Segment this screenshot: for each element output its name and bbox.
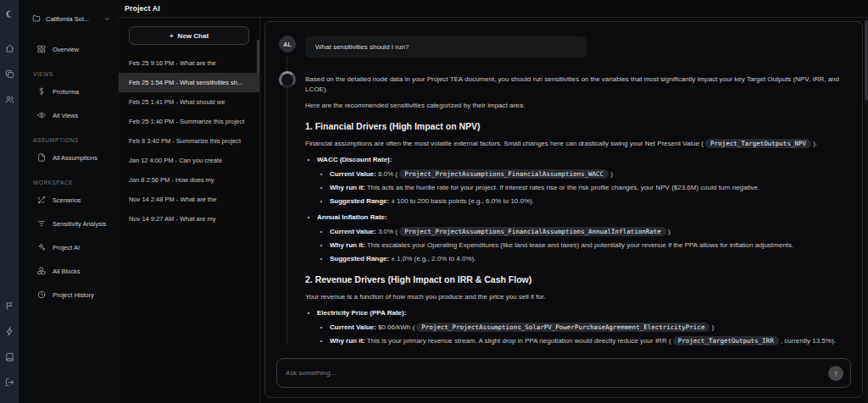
code-chip: Project_ProjectAssumptions_FinancialAssu… xyxy=(399,227,666,236)
bullet-item: Annual Inflation Rate:Current Value: 3.0… xyxy=(317,213,847,264)
main-scrollbar[interactable] xyxy=(865,19,868,403)
right-region: Project AI + New Chat Feb 25 9:16 PM - W… xyxy=(119,0,868,403)
sidebar-item-label: Project History xyxy=(53,291,94,299)
plus-icon: + xyxy=(170,32,174,40)
paragraph: Financial assumptions are often the most… xyxy=(305,139,847,149)
chat-history-panel: + New Chat Feb 25 9:16 PM - What are the… xyxy=(119,18,260,403)
page-title: Project AI xyxy=(125,4,160,13)
text-run: Based on the detailed node data in your … xyxy=(305,75,839,93)
app-logo-icon[interactable] xyxy=(3,7,16,20)
text-run: ± 1.0% (e.g., 2.0% to 4.0%). xyxy=(389,255,476,262)
file-icon xyxy=(37,150,46,165)
sidebar-item-label: All Assumptions xyxy=(53,154,97,162)
sub-bullet: Current Value: 8.0% ( Project_ProjectAss… xyxy=(330,169,847,179)
section-heading: 1. Financial Drivers (High Impact on NPV… xyxy=(305,120,847,134)
dollar-icon xyxy=(37,84,46,99)
logout-icon[interactable] xyxy=(3,375,16,389)
chat-history-item[interactable]: Nov 14 9:27 AM - What are my xyxy=(119,209,259,229)
chat-history-item[interactable]: Nov 14 2:48 PM - What are the xyxy=(119,190,259,209)
sparkles-icon xyxy=(37,240,46,255)
bullet-title: Annual Inflation Rate: xyxy=(317,213,387,221)
text-run: This escalates your Operating Expenditur… xyxy=(365,241,793,249)
chat-history-item[interactable]: Jan 12 4:00 PM - Can you create xyxy=(119,151,259,170)
paragraph: Your revenue is a function of how much y… xyxy=(305,292,847,302)
sidebar-item-all-assumptions[interactable]: All Assumptions xyxy=(19,146,118,169)
chevron-down-icon xyxy=(103,11,111,26)
sidebar: California Sol... OverviewVIEWSProformaA… xyxy=(19,0,119,403)
code-chip: Project_TargetOutputs_NPV xyxy=(705,139,811,148)
sub-bullet: Suggested Range: ± 100 to 200 basis poin… xyxy=(330,196,847,207)
chatlist-scrollbar-thumb[interactable] xyxy=(257,40,259,74)
bold-label: Why run it: xyxy=(330,184,365,191)
composer: ↑ xyxy=(276,358,851,388)
sub-bullet: Suggested Range: ± 10-15% (e.g., $0.051 … xyxy=(330,350,847,352)
book-icon[interactable] xyxy=(3,350,16,363)
code-chip: Project_ProjectAssumptions_FinancialAssu… xyxy=(399,169,609,179)
chat-list: Feb 25 9:16 PM - What are theFeb 25 1:54… xyxy=(119,53,259,229)
sub-bullet-list: Current Value: 8.0% ( Project_ProjectAss… xyxy=(330,169,847,207)
flag-icon[interactable] xyxy=(3,299,16,312)
sidebar-item-all-blocks[interactable]: All Blocks xyxy=(19,259,118,283)
send-button[interactable]: ↑ xyxy=(828,366,843,381)
bold-label: Why run it: xyxy=(330,241,365,249)
text-run: ± 10-15% (e.g., $0.051 to $0.069). xyxy=(389,351,494,352)
sidebar-item-overview[interactable]: Overview xyxy=(19,37,118,61)
bullet-item: WACC (Discount Rate):Current Value: 8.0%… xyxy=(317,155,847,207)
text-run: ) xyxy=(609,170,613,178)
code-chip: Project_ProjectAssumptions_SolarPV_Power… xyxy=(416,323,709,332)
chat-history-item[interactable]: Feb 25 1:54 PM - What sensitivities sh..… xyxy=(119,73,259,92)
sub-bullet-list: Current Value: $0.06/kWh ( Project_Proje… xyxy=(330,323,847,352)
sidebar-nav: OverviewVIEWSProformaAll ViewsASSUMPTION… xyxy=(19,37,118,306)
text-run: 3.0% ( xyxy=(376,228,400,235)
sidebar-item-proforma[interactable]: Proforma xyxy=(19,80,118,103)
blocks-icon xyxy=(37,263,46,279)
project-selector[interactable]: California Sol... xyxy=(19,7,118,30)
section-heading: 2. Revenue Drivers (High Impact on IRR &… xyxy=(305,273,847,287)
new-chat-button[interactable]: + New Chat xyxy=(129,26,249,45)
bullet-item: Electricity Price (PPA Rate):Current Val… xyxy=(317,308,847,352)
home-icon[interactable] xyxy=(3,41,16,55)
arrow-up-icon: ↑ xyxy=(834,369,838,378)
chat-history-item[interactable]: Feb 8 3:40 PM - Summarize this project xyxy=(119,131,259,151)
sidebar-item-label: Proforma xyxy=(53,88,79,96)
sidebar-item-project-ai[interactable]: Project AI xyxy=(19,235,118,259)
pages-icon[interactable] xyxy=(3,67,16,80)
main-scrollbar-thumb[interactable] xyxy=(865,20,868,101)
sidebar-item-label: Project AI xyxy=(53,244,80,251)
chat-input[interactable] xyxy=(286,369,828,377)
bold-label: Suggested Range: xyxy=(330,197,389,205)
bold-label: Current Value: xyxy=(330,170,376,178)
app-window: California Sol... OverviewVIEWSProformaA… xyxy=(0,0,868,403)
sidebar-item-label: Sensitivity Analysis xyxy=(53,220,106,228)
user-message: AL What sensitivities should I run? xyxy=(279,36,847,58)
sub-bullet-list: Current Value: 3.0% ( Project_ProjectAss… xyxy=(330,227,847,264)
zap-icon[interactable] xyxy=(3,324,16,338)
text-run: Your revenue is a function of how much y… xyxy=(305,293,545,301)
paragraph: Based on the detailed node data in your … xyxy=(305,75,847,95)
sub-bullet: Why run it: This escalates your Operatin… xyxy=(330,240,847,251)
bullet-list: WACC (Discount Rate):Current Value: 8.0%… xyxy=(317,155,847,264)
clock-icon xyxy=(37,287,46,302)
messages-area: AL What sensitivities should I run? Base… xyxy=(265,22,862,351)
sidebar-item-project-history[interactable]: Project History xyxy=(19,283,118,306)
user-message-bubble: What sensitivities should I run? xyxy=(305,36,587,58)
chat-history-item[interactable]: Feb 25 9:16 PM - What are the xyxy=(119,53,259,73)
users-icon[interactable] xyxy=(3,92,16,106)
sidebar-item-label: All Blocks xyxy=(53,268,81,275)
text-run: ) xyxy=(666,228,670,235)
sidebar-item-label: All Views xyxy=(53,112,78,119)
chat-history-item[interactable]: Feb 25 1:41 PM - What should we xyxy=(119,92,259,112)
sidebar-item-sensitivity-analysis[interactable]: Sensitivity Analysis xyxy=(19,212,118,235)
sidebar-item-scenarios[interactable]: Scenarios xyxy=(19,188,118,212)
chat-history-item[interactable]: Feb 25 1:40 PM - Summarize this project xyxy=(119,112,259,131)
sub-bullet: Why run it: This is your primary revenue… xyxy=(330,336,847,346)
bold-label: Why run it: xyxy=(330,337,365,345)
sidebar-item-all-views[interactable]: All Views xyxy=(19,103,118,127)
sub-bullet: Why run it: This acts as the hurdle rate… xyxy=(330,183,847,193)
sidebar-section-header: VIEWS xyxy=(19,71,118,77)
chat-history-item[interactable]: Jan 8 2:56 PM - How does my xyxy=(119,170,259,190)
text-run: $0.06/kWh ( xyxy=(376,323,417,331)
text-run: ± 100 to 200 basis points (e.g., 6.0% to… xyxy=(389,197,534,205)
text-run: ). xyxy=(811,140,817,147)
bullet-list: Electricity Price (PPA Rate):Current Val… xyxy=(317,308,847,352)
